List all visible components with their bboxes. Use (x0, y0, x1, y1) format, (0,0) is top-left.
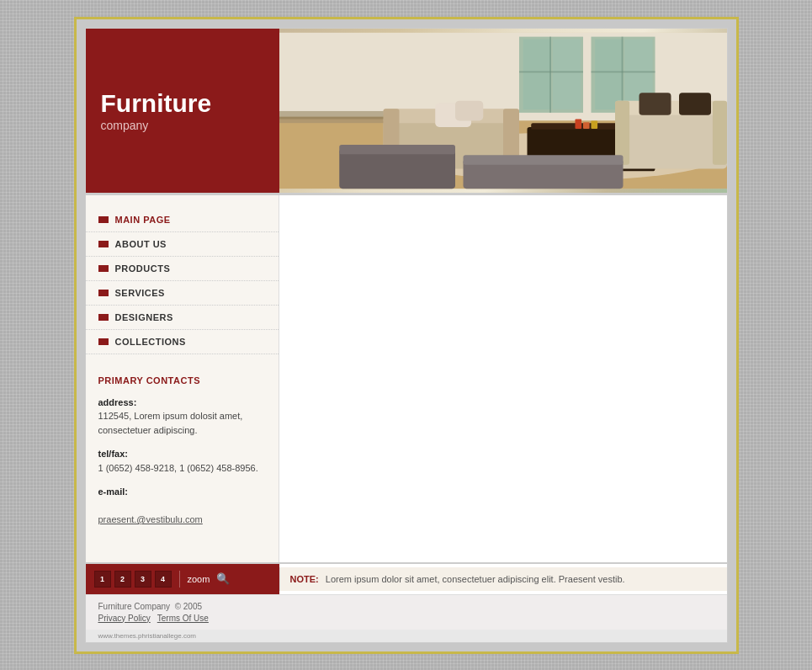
thumbnail-bar: 1 2 3 4 zoom 🔍 (86, 564, 279, 594)
svg-rect-25 (712, 100, 726, 164)
svg-rect-33 (583, 122, 590, 129)
svg-rect-7 (549, 36, 551, 112)
contacts-title: PRIMARY CONTACTS (98, 375, 266, 386)
address-text: 112545, Lorem ipsum dolosit amet, consec… (98, 411, 243, 435)
email-label: e-mail: (98, 485, 266, 499)
outer-border: Furniture company (74, 17, 739, 654)
svg-rect-5 (552, 39, 580, 109)
svg-rect-26 (639, 93, 671, 115)
thumb-separator (179, 571, 180, 588)
terms-of-use-link[interactable]: Terms Of Use (157, 614, 209, 623)
telfax-text: 1 (0652) 458-9218, 1 (0652) 458-8956. (98, 463, 258, 473)
thumb-btn-2[interactable]: 2 (114, 571, 131, 588)
nav-item-about-us[interactable]: ABOUT US (86, 232, 279, 257)
svg-rect-9 (595, 39, 623, 109)
nav-item-products[interactable]: PRODUCTS (86, 257, 279, 281)
nav-link-designers[interactable]: DESIGNERS (86, 306, 279, 329)
sidebar: MAIN PAGE ABOUT US PRODUCTS (86, 195, 279, 562)
svg-rect-29 (339, 144, 455, 153)
nav-link-about-us[interactable]: ABOUT US (86, 232, 279, 256)
svg-rect-31 (463, 155, 623, 164)
nav-bullet-about-us (98, 241, 109, 247)
privacy-policy-link[interactable]: Privacy Policy (98, 614, 151, 623)
nav-item-services[interactable]: SERVICES (86, 281, 279, 306)
note-label: NOTE: (290, 574, 319, 584)
logo-title: Furniture (101, 89, 264, 117)
nav-link-services[interactable]: SERVICES (86, 281, 279, 305)
site-footer: Furniture Company © 2005 Privacy Policy … (86, 594, 727, 630)
nav-item-designers[interactable]: DESIGNERS (86, 306, 279, 330)
thumb-btn-3[interactable]: 3 (135, 571, 151, 588)
hero-image (279, 29, 727, 193)
svg-rect-4 (523, 39, 550, 109)
svg-rect-36 (279, 110, 384, 119)
nav-bullet-main-page (98, 216, 109, 223)
zoom-label: zoom (188, 574, 210, 584)
svg-rect-28 (339, 148, 455, 189)
logo-area: Furniture company (86, 29, 279, 193)
site-wrapper: Furniture company (85, 28, 728, 643)
logo-subtitle: company (101, 119, 264, 132)
nav-bullet-products (98, 265, 109, 272)
thumb-btn-1[interactable]: 1 (94, 571, 111, 588)
footer-links: Privacy Policy Terms Of Use (98, 614, 714, 623)
main-content (279, 195, 727, 562)
contact-address: address: 112545, Lorem ipsum dolosit ame… (98, 396, 266, 438)
nav-bullet-designers (98, 314, 109, 321)
nav-item-collections[interactable]: COLLECTIONS (86, 330, 279, 354)
thumb-btn-4[interactable]: 4 (155, 571, 172, 588)
nav-bullet-services (98, 290, 109, 296)
note-text: Lorem ipsum dolor sit amet, consectetuer… (326, 574, 625, 584)
svg-rect-27 (679, 93, 711, 115)
zoom-icon[interactable]: 🔍 (216, 572, 230, 585)
nav-bullet-collections (98, 338, 109, 345)
email-link[interactable]: praesent.@vestibulu.com (98, 514, 203, 524)
footer-copy: Furniture Company © 2005 (98, 602, 714, 611)
svg-rect-34 (591, 120, 597, 129)
nav-link-main-page[interactable]: MAIN PAGE (86, 208, 279, 231)
nav-link-products[interactable]: PRODUCTS (86, 257, 279, 280)
footer-year: © 2005 (175, 602, 202, 611)
contacts-section: PRIMARY CONTACTS address: 112545, Lorem … (86, 363, 279, 545)
svg-rect-21 (455, 100, 483, 120)
nav-menu: MAIN PAGE ABOUT US PRODUCTS (86, 195, 279, 363)
header: Furniture company (86, 29, 727, 193)
contact-telfax: tel/fax: 1 (0652) 458-9218, 1 (0652) 458… (98, 447, 266, 475)
contact-email: e-mail: praesent.@vestibulu.com (98, 485, 266, 527)
note-bar: NOTE: Lorem ipsum dolor sit amet, consec… (279, 567, 727, 591)
nav-link-collections[interactable]: COLLECTIONS (86, 330, 279, 354)
watermark: www.themes.phristianallege.com (86, 630, 727, 642)
footer-company: Furniture Company (98, 602, 171, 611)
telfax-label: tel/fax: (98, 447, 266, 461)
content-area: MAIN PAGE ABOUT US PRODUCTS (86, 193, 727, 562)
footer-bar: 1 2 3 4 zoom 🔍 NOTE: Lorem ipsum dolor s… (86, 562, 727, 594)
nav-item-main-page[interactable]: MAIN PAGE (86, 208, 279, 232)
address-label: address: (98, 396, 266, 410)
svg-rect-32 (575, 119, 581, 128)
